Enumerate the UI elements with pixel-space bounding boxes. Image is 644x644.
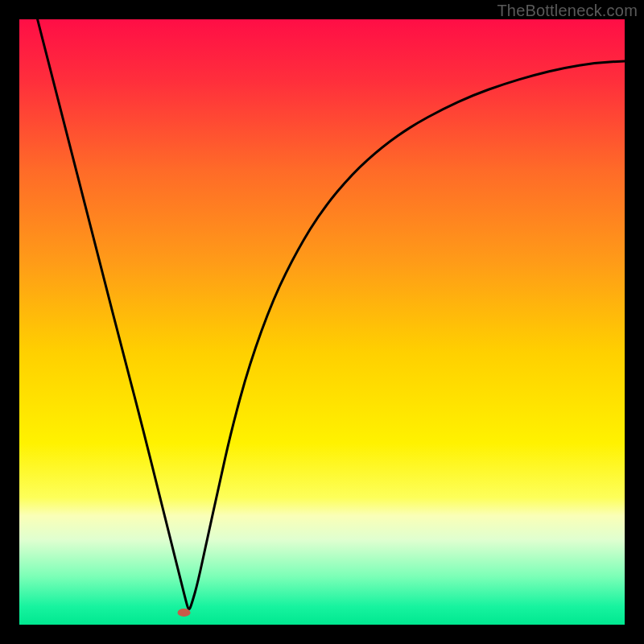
chart-marker-group (178, 609, 191, 617)
attribution-label: TheBottleneck.com (497, 2, 638, 20)
chart-frame: TheBottleneck.com (0, 0, 644, 644)
chart-svg (19, 19, 625, 625)
marker-bottleneck-point (178, 609, 191, 617)
chart-background-gradient (19, 19, 625, 625)
chart-plot-area (19, 19, 625, 625)
